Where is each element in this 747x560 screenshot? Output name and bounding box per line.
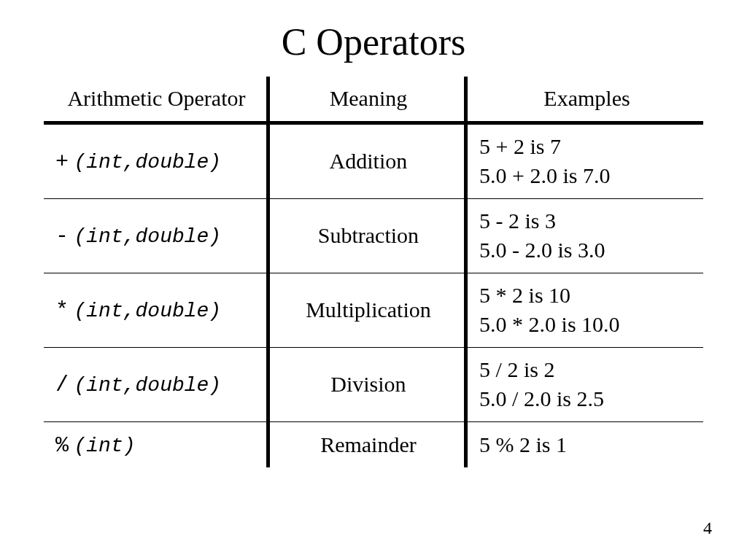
operator-symbol: - [55, 224, 69, 249]
meaning-cell: Remainder [268, 421, 465, 467]
meaning-cell: Multiplication [268, 273, 465, 347]
examples-cell: 5 + 2 is 7 5.0 + 2.0 is 7.0 [466, 122, 703, 198]
example-line: 5 - 2 is 3 [479, 206, 694, 236]
slide-title: C Operators [44, 20, 703, 63]
header-operator: Arithmetic Operator [44, 77, 268, 122]
operator-types: (int,double) [74, 225, 222, 248]
table-row: % (int) Remainder 5 % 2 is 1 [44, 421, 703, 467]
example-line: 5 % 2 is 1 [479, 430, 694, 460]
operator-symbol: * [55, 298, 69, 323]
table-row: - (int,double) Subtraction 5 - 2 is 3 5.… [44, 198, 703, 273]
table-row: / (int,double) Division 5 / 2 is 2 5.0 /… [44, 347, 703, 421]
table-header-row: Arithmetic Operator Meaning Examples [44, 77, 703, 122]
table-row: + (int,double) Addition 5 + 2 is 7 5.0 +… [44, 122, 703, 198]
operator-cell: - (int,double) [44, 198, 268, 273]
operator-cell: * (int,double) [44, 273, 268, 347]
meaning-cell: Addition [268, 122, 465, 198]
header-meaning: Meaning [268, 77, 465, 122]
examples-cell: 5 / 2 is 2 5.0 / 2.0 is 2.5 [466, 347, 703, 421]
operator-types: (int,double) [74, 374, 222, 397]
examples-cell: 5 % 2 is 1 [466, 421, 703, 467]
operator-cell: % (int) [44, 421, 268, 467]
table-row: * (int,double) Multiplication 5 * 2 is 1… [44, 273, 703, 347]
example-line: 5.0 - 2.0 is 3.0 [479, 236, 694, 265]
example-line: 5 / 2 is 2 [479, 355, 694, 385]
operator-symbol: / [55, 373, 69, 397]
example-line: 5.0 / 2.0 is 2.5 [479, 384, 694, 414]
example-line: 5 + 2 is 7 [479, 132, 694, 162]
operators-table: Arithmetic Operator Meaning Examples + (… [44, 77, 703, 467]
example-line: 5.0 + 2.0 is 7.0 [479, 161, 694, 191]
operator-symbol: % [55, 433, 69, 458]
example-line: 5 * 2 is 10 [479, 281, 694, 311]
operator-types: (int,double) [74, 151, 222, 174]
operator-cell: + (int,double) [44, 122, 268, 198]
example-line: 5.0 * 2.0 is 10.0 [479, 310, 694, 340]
meaning-cell: Subtraction [268, 198, 465, 273]
operator-types: (int) [74, 435, 136, 457]
examples-cell: 5 - 2 is 3 5.0 - 2.0 is 3.0 [466, 198, 703, 273]
page-number: 4 [703, 518, 712, 538]
operator-symbol: + [55, 149, 69, 174]
meaning-cell: Division [268, 347, 465, 421]
operator-cell: / (int,double) [44, 347, 268, 421]
header-examples: Examples [466, 77, 703, 122]
slide: C Operators Arithmetic Operator Meaning … [0, 0, 747, 560]
examples-cell: 5 * 2 is 10 5.0 * 2.0 is 10.0 [466, 273, 703, 347]
operator-types: (int,double) [74, 300, 222, 322]
